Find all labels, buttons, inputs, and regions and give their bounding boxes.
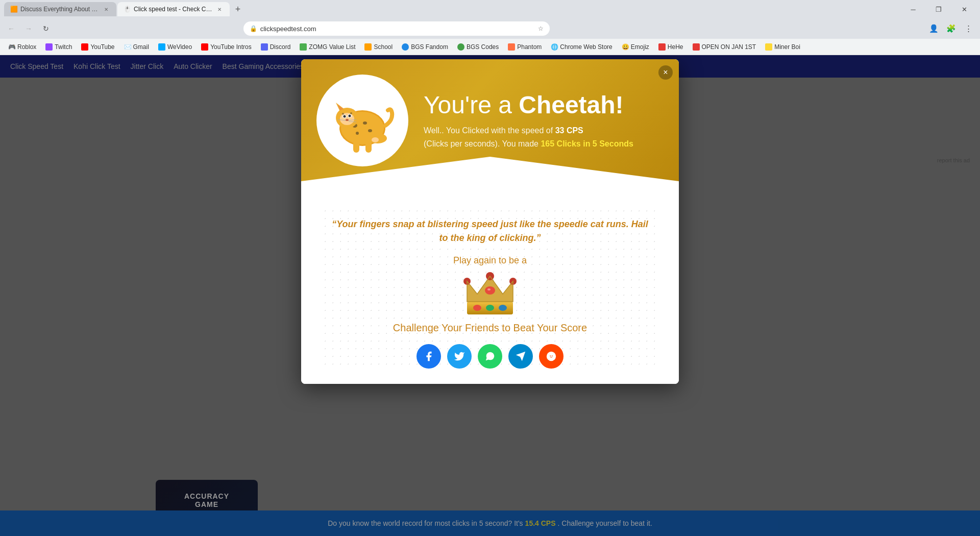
bookmark-label-bgscodes: BGS Codes — [467, 43, 499, 51]
bookmark-bgscodes[interactable]: BGS Codes — [453, 42, 503, 52]
cheetah-image — [316, 75, 408, 166]
bookmarks-bar: 🎮 Roblox Twitch YouTube ✉️ Gmail WeVideo… — [0, 39, 980, 55]
bookmark-wevideo[interactable]: WeVideo — [154, 42, 196, 52]
maximize-button[interactable]: ❐ — [927, 0, 950, 18]
tab-phantom[interactable]: 🟧 Discuss Everything About Phanto... ✕ — [4, 2, 116, 16]
tab-bar: 🟧 Discuss Everything About Phanto... ✕ 🖱… — [0, 0, 980, 18]
modal-body: “Your fingers snap at blistering speed j… — [301, 197, 679, 384]
bookmark-label-twitch: Twitch — [55, 43, 72, 51]
modal-header: You're a Cheetah! Well.. You Clicked wit… — [301, 59, 679, 197]
bookmark-youtube[interactable]: YouTube — [77, 42, 118, 52]
result-modal: × — [301, 59, 679, 384]
bookmark-favicon-twitch — [45, 43, 53, 51]
crown-image — [327, 271, 653, 322]
toolbar-right: 👤 🧩 ⋮ — [927, 21, 976, 36]
bookmark-ytintros[interactable]: YouTube Intros — [197, 42, 256, 52]
share-reddit-button[interactable] — [539, 344, 564, 369]
tab-title-phantom: Discuss Everything About Phanto... — [20, 6, 99, 13]
bookmark-bgsfandom[interactable]: BGS Fandom — [398, 42, 452, 52]
modal-header-text: You're a Cheetah! Well.. You Clicked wit… — [424, 91, 633, 150]
bookmark-favicon-zomg — [300, 43, 307, 51]
svg-marker-37 — [516, 352, 525, 361]
bookmark-label-open: OPEN ON JAN 1ST — [702, 43, 756, 51]
bookmark-favicon-bgscodes — [457, 43, 464, 51]
svg-point-35 — [487, 288, 491, 290]
url-bar[interactable]: 🔒 clickspeedtest.com ☆ — [243, 21, 550, 36]
bookmark-favicon-chrome: 🌐 — [551, 43, 558, 51]
bookmark-label-emojiz: Emojiz — [631, 43, 649, 51]
bookmark-zomg[interactable]: ZOMG Value List — [296, 42, 359, 52]
result-quote: “Your fingers snap at blistering speed j… — [327, 217, 653, 245]
url-right-icons: ☆ — [538, 25, 544, 32]
modal-overlay: × — [0, 55, 980, 536]
bookmark-favicon-ytintros — [201, 43, 208, 51]
social-share-buttons — [327, 344, 653, 369]
new-tab-button[interactable]: + — [231, 2, 245, 16]
play-again-text: Play again to be a — [327, 255, 653, 266]
bookmark-favicon-open — [693, 43, 700, 51]
bookmark-favicon-discord — [261, 43, 268, 51]
tab-close-clickspeed[interactable]: ✕ — [215, 5, 224, 13]
bookmark-phantom[interactable]: Phantom — [504, 42, 546, 52]
bookmark-favicon-emojiz: 😀 — [622, 43, 629, 51]
bookmark-roblox[interactable]: 🎮 Roblox — [4, 42, 40, 52]
extensions-icon[interactable]: 🧩 — [944, 21, 959, 36]
forward-button[interactable]: → — [21, 21, 36, 36]
share-telegram-button[interactable] — [508, 344, 533, 369]
result-description: Well.. You Clicked with the speed of 33 … — [424, 124, 633, 150]
bookmark-chrome[interactable]: 🌐 Chrome Web Store — [547, 42, 617, 52]
bookmark-gmail[interactable]: ✉️ Gmail — [120, 42, 153, 52]
bookmark-label-ytintros: YouTube Intros — [210, 43, 252, 51]
bookmark-label-minerboi: Miner Boi — [774, 43, 800, 51]
share-facebook-button[interactable] — [416, 344, 441, 369]
tab-close-phantom[interactable]: ✕ — [102, 5, 110, 13]
bookmark-label-school: School — [374, 43, 393, 51]
bookmark-discord[interactable]: Discord — [257, 42, 295, 52]
bookmark-label-youtube: YouTube — [90, 43, 114, 51]
bookmark-label-wevideo: WeVideo — [167, 43, 192, 51]
tab-favicon-clickspeed: 🖱️ — [124, 6, 131, 13]
bookmark-favicon-school — [364, 43, 372, 51]
bookmark-hehe[interactable]: HeHe — [654, 42, 688, 52]
bookmark-label-chrome: Chrome Web Store — [560, 43, 612, 51]
url-text: clickspeedtest.com — [260, 25, 316, 33]
share-whatsapp-button[interactable] — [478, 344, 502, 369]
svg-point-18 — [342, 113, 344, 115]
svg-point-4 — [368, 129, 372, 132]
bookmark-label-phantom: Phantom — [517, 43, 542, 51]
bookmark-twitch[interactable]: Twitch — [41, 42, 76, 52]
bookmark-favicon-phantom — [508, 43, 515, 51]
close-button[interactable]: ✕ — [952, 0, 976, 18]
bookmark-open[interactable]: OPEN ON JAN 1ST — [689, 42, 761, 52]
bookmark-favicon-wevideo — [158, 43, 165, 51]
svg-rect-20 — [353, 140, 359, 153]
minimize-button[interactable]: ─ — [901, 0, 925, 18]
reload-button[interactable]: ↻ — [39, 21, 53, 36]
bookmark-favicon-youtube — [81, 43, 88, 51]
title-prefix: You're a — [424, 91, 519, 118]
menu-icon[interactable]: ⋮ — [962, 21, 976, 36]
bookmark-school[interactable]: School — [360, 42, 397, 52]
share-twitter-button[interactable] — [447, 344, 472, 369]
bookmark-label-hehe: HeHe — [668, 43, 683, 51]
bookmark-emojiz[interactable]: 😀 Emojiz — [618, 42, 653, 52]
bookmark-favicon-bgsfandom — [402, 43, 409, 51]
profile-icon[interactable]: 👤 — [927, 21, 941, 36]
bookmark-label-discord: Discord — [270, 43, 291, 51]
window-controls: ─ ❐ ✕ — [901, 0, 976, 18]
tab-clickspeed[interactable]: 🖱️ Click speed test - Check Clicks pe...… — [117, 2, 230, 16]
bookmark-label-zomg: ZOMG Value List — [309, 43, 355, 51]
svg-point-11 — [344, 115, 346, 118]
svg-point-30 — [473, 305, 481, 311]
svg-point-14 — [346, 119, 349, 121]
bookmark-label-gmail: Gmail — [133, 43, 149, 51]
bookmark-star-icon[interactable]: ☆ — [538, 25, 544, 32]
modal-close-button[interactable]: × — [658, 65, 673, 80]
svg-rect-21 — [365, 140, 372, 153]
svg-point-13 — [349, 115, 351, 117]
bookmark-minerboi[interactable]: Miner Boi — [761, 42, 804, 52]
bookmark-favicon-hehe — [658, 43, 666, 51]
result-title: You're a Cheetah! — [424, 91, 633, 119]
svg-point-31 — [486, 305, 494, 311]
back-button[interactable]: ← — [4, 21, 18, 36]
